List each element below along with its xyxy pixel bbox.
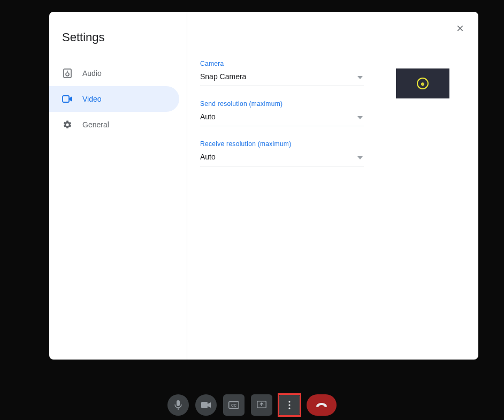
close-icon: [455, 24, 465, 33]
svg-rect-4: [177, 400, 180, 406]
hangup-button[interactable]: [307, 394, 337, 416]
microphone-icon: [174, 400, 182, 410]
video-icon: [62, 95, 73, 103]
svg-point-2: [67, 71, 68, 72]
svg-text:CC: CC: [231, 403, 236, 407]
camera-dropdown[interactable]: Snap Camera: [200, 67, 364, 86]
receive-resolution-label: Receive resolution (maximum): [200, 140, 462, 148]
preview-avatar-icon: ☻: [417, 78, 429, 89]
sidebar-item-label: General: [82, 120, 109, 129]
sidebar-item-audio[interactable]: Audio: [49, 60, 179, 86]
send-resolution-setting: Send resolution (maximum) Auto: [200, 100, 462, 126]
sidebar-item-general[interactable]: General: [49, 112, 179, 138]
present-button[interactable]: [251, 394, 272, 416]
present-icon: [257, 401, 266, 409]
svg-rect-3: [63, 96, 69, 102]
receive-resolution-value: Auto: [200, 152, 216, 161]
send-resolution-value: Auto: [200, 112, 216, 121]
sidebar-item-label: Audio: [82, 69, 102, 78]
chevron-down-icon: [357, 72, 363, 81]
sidebar-item-label: Video: [82, 95, 102, 103]
more-vertical-icon: [288, 401, 291, 409]
sidebar-item-video[interactable]: Video: [49, 86, 179, 112]
settings-title: Settings: [49, 22, 187, 60]
chevron-down-icon: [357, 152, 363, 162]
gear-icon: [62, 120, 73, 129]
video-icon: [201, 402, 211, 408]
speaker-icon: [62, 68, 73, 78]
close-button[interactable]: [455, 24, 465, 35]
receive-resolution-dropdown[interactable]: Auto: [200, 148, 364, 166]
svg-point-11: [288, 404, 290, 406]
send-resolution-dropdown[interactable]: Auto: [200, 108, 364, 126]
camera-value: Snap Camera: [200, 72, 246, 81]
svg-point-1: [66, 73, 69, 76]
settings-sidebar: Settings Audio Video General: [49, 12, 187, 360]
svg-rect-6: [201, 402, 208, 408]
chevron-down-icon: [357, 112, 363, 121]
mute-button[interactable]: [167, 394, 189, 416]
receive-resolution-setting: Receive resolution (maximum) Auto: [200, 140, 462, 166]
camera-preview: ☻: [396, 68, 449, 98]
settings-content: Camera Snap Camera Send resolution (maxi…: [187, 12, 478, 360]
camera-button[interactable]: [195, 394, 217, 416]
captions-button[interactable]: CC: [223, 394, 245, 416]
more-options-button[interactable]: [279, 394, 300, 416]
more-options-wrapper: [279, 394, 300, 416]
send-resolution-label: Send resolution (maximum): [200, 100, 462, 108]
hangup-icon: [315, 402, 328, 408]
camera-label: Camera: [200, 60, 462, 67]
svg-point-12: [288, 407, 290, 409]
svg-point-10: [288, 401, 290, 402]
settings-modal: Settings Audio Video General Camera: [49, 12, 478, 360]
cc-icon: CC: [228, 401, 239, 409]
meeting-toolbar: CC: [0, 394, 504, 416]
